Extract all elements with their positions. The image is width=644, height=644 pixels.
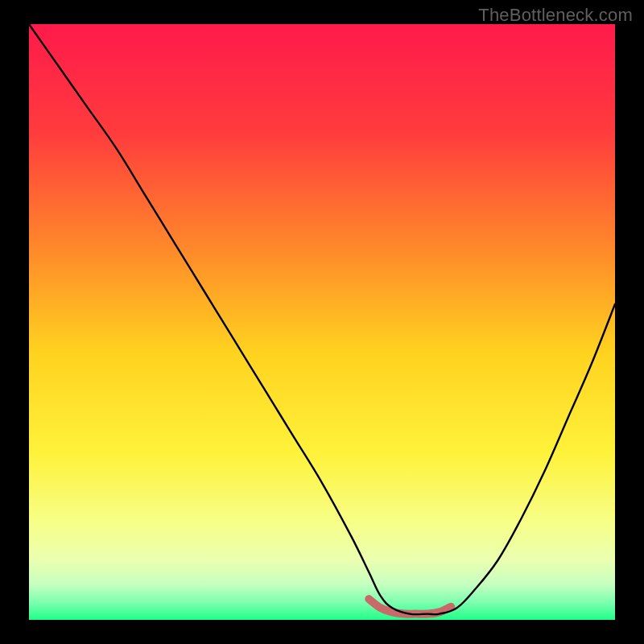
watermark-text: TheBottleneck.com bbox=[478, 5, 633, 26]
chart-frame: TheBottleneck.com bbox=[0, 0, 644, 644]
plot-background bbox=[29, 24, 615, 620]
bottleneck-chart bbox=[0, 0, 644, 644]
